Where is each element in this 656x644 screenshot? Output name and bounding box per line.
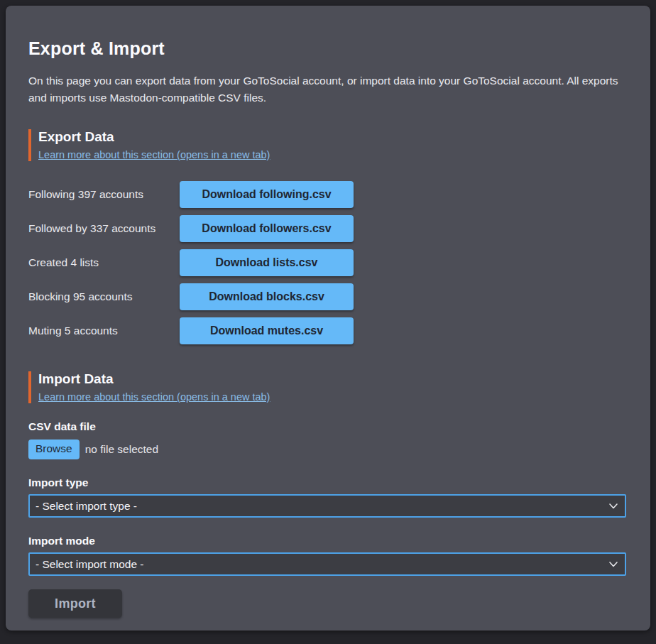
export-section-header: Export Data Learn more about this sectio… xyxy=(28,129,626,161)
export-row-label: Muting 5 accounts xyxy=(28,324,180,337)
export-row-label: Followed by 337 accounts xyxy=(28,222,180,235)
import-section-header: Import Data Learn more about this sectio… xyxy=(28,371,626,403)
import-submit-button[interactable]: Import xyxy=(28,589,122,618)
import-mode-label: Import mode xyxy=(28,535,626,547)
export-learn-more-link[interactable]: Learn more about this section (opens in … xyxy=(38,149,270,160)
import-type-select[interactable]: - Select import type - xyxy=(28,494,626,518)
export-section-title: Export Data xyxy=(38,129,626,145)
import-type-select-wrap: - Select import type - xyxy=(28,494,626,518)
export-row-followers: Followed by 337 accounts Download follow… xyxy=(28,215,626,242)
export-row-label: Created 4 lists xyxy=(28,256,180,269)
page-title: Export & Import xyxy=(28,38,626,59)
file-status-text: no file selected xyxy=(85,443,158,456)
import-mode-select[interactable]: - Select import mode - xyxy=(28,552,626,576)
page-description: On this page you can export data from yo… xyxy=(28,72,626,107)
download-followers-button[interactable]: Download followers.csv xyxy=(180,215,354,242)
export-row-label: Blocking 95 accounts xyxy=(28,290,180,303)
export-row-mutes: Muting 5 accounts Download mutes.csv xyxy=(28,317,626,344)
export-row-following: Following 397 accounts Download followin… xyxy=(28,181,626,208)
csv-file-label: CSV data file xyxy=(28,420,626,433)
import-section-title: Import Data xyxy=(38,371,626,387)
import-mode-select-wrap: - Select import mode - xyxy=(28,552,626,576)
export-rows: Following 397 accounts Download followin… xyxy=(28,181,626,344)
download-following-button[interactable]: Download following.csv xyxy=(180,181,354,208)
import-learn-more-link[interactable]: Learn more about this section (opens in … xyxy=(38,391,270,403)
download-blocks-button[interactable]: Download blocks.csv xyxy=(180,283,354,310)
browse-button[interactable]: Browse xyxy=(28,440,80,459)
export-row-blocks: Blocking 95 accounts Download blocks.csv xyxy=(28,283,626,310)
settings-panel: Export & Import On this page you can exp… xyxy=(6,6,650,631)
download-lists-button[interactable]: Download lists.csv xyxy=(180,249,354,276)
export-row-label: Following 397 accounts xyxy=(28,188,180,201)
export-row-lists: Created 4 lists Download lists.csv xyxy=(28,249,626,276)
import-type-label: Import type xyxy=(28,476,626,489)
download-mutes-button[interactable]: Download mutes.csv xyxy=(180,317,354,344)
csv-file-input: Browse no file selected xyxy=(28,440,626,459)
